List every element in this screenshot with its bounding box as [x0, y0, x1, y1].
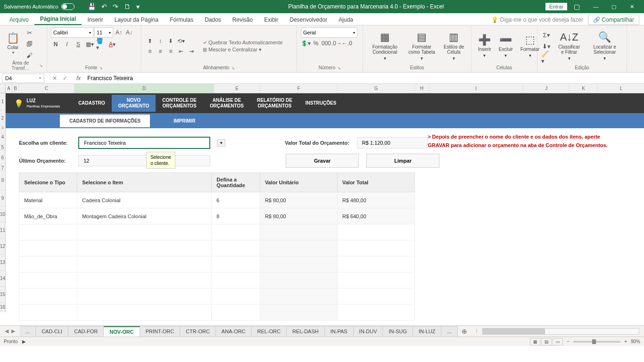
table-cell[interactable]	[212, 272, 260, 288]
row-header[interactable]: 16	[0, 303, 6, 312]
inc-decimal-icon[interactable]: .0→	[332, 39, 341, 48]
table-cell[interactable]	[337, 256, 414, 272]
percent-icon[interactable]: %	[311, 39, 321, 48]
orientation-icon[interactable]: ⟲▾	[176, 36, 186, 46]
table-cell[interactable]	[337, 240, 414, 256]
sheet-tab[interactable]: CAD-FOR	[68, 326, 104, 337]
row-header[interactable]: 6	[0, 150, 6, 166]
dialog-launcher-icon[interactable]: ↘	[337, 66, 341, 70]
col-header[interactable]: A	[6, 84, 12, 93]
font-color-icon[interactable]: A▾	[107, 40, 117, 49]
col-header[interactable]: C	[19, 84, 74, 93]
row-header[interactable]: 8	[0, 171, 6, 190]
cut-icon[interactable]: ✂	[24, 27, 34, 38]
close-icon[interactable]: ✕	[623, 1, 640, 12]
table-cell[interactable]: 8	[212, 208, 260, 224]
row-header[interactable]: 15	[0, 287, 6, 303]
nav-novo-orcamento[interactable]: NOVOORÇAMENTO	[112, 95, 156, 112]
col-header[interactable]: D	[74, 84, 214, 93]
table-cell[interactable]	[260, 224, 337, 240]
sheet-tab[interactable]: ...	[20, 326, 36, 337]
increase-font-icon[interactable]: A↑	[114, 28, 124, 37]
align-middle-icon[interactable]: ↕	[156, 36, 165, 46]
horizontal-scrollbar[interactable]	[482, 328, 639, 335]
tab-formulas[interactable]: Fórmulas	[164, 15, 199, 25]
indent-left-icon[interactable]: ⇤	[176, 47, 186, 56]
autosave-toggle[interactable]: Salvamento Automático	[4, 3, 74, 10]
delete-cells-button[interactable]: ➖Excluir ▾	[496, 33, 516, 59]
table-cell[interactable]	[337, 304, 414, 321]
subtab-cadastro-info[interactable]: CADASTRO DE INFORMAÇÕES	[60, 115, 150, 127]
decrease-font-icon[interactable]: A↓	[124, 28, 134, 37]
row-header[interactable]: 4	[0, 129, 6, 145]
row-header[interactable]: 10	[0, 206, 6, 222]
table-cell[interactable]: Mão_de_Obra	[19, 208, 77, 224]
sort-filter-button[interactable]: A↓ZClassificar e Filtrar ▾	[553, 31, 585, 61]
tab-insert[interactable]: Inserir	[82, 15, 108, 25]
table-cell[interactable]	[19, 304, 77, 321]
currency-icon[interactable]: 💲▾	[301, 39, 310, 48]
fill-color-icon[interactable]: 🪣▾	[96, 40, 106, 49]
formula-input[interactable]: Francisco Teixeira	[83, 75, 644, 82]
cliente-dropdown-icon[interactable]: ▾	[217, 139, 225, 147]
view-pagebreak-icon[interactable]: ▭	[553, 338, 563, 346]
table-cell[interactable]	[77, 224, 212, 240]
table-cell[interactable]	[212, 256, 260, 272]
table-cell[interactable]	[212, 240, 260, 256]
tab-home[interactable]: Página Inicial	[34, 14, 82, 25]
row-header[interactable]: 1	[0, 93, 6, 110]
sheet-tab[interactable]: REL-ORC	[252, 326, 287, 337]
sheet-tab[interactable]: IN-DUV	[354, 326, 383, 337]
merge-button[interactable]: ⊞ Mesclar e Centralizar ▾	[203, 47, 283, 53]
fill-icon[interactable]: ⬇▾	[541, 41, 552, 51]
row-header[interactable]: 7	[0, 166, 6, 171]
row-header[interactable]: 13	[0, 255, 6, 271]
zoom-out-icon[interactable]: −	[567, 339, 570, 344]
table-cell[interactable]: R$ 80,00	[260, 192, 337, 208]
col-header[interactable]: K	[570, 84, 598, 93]
table-cell[interactable]: Montagem Cadeira Colonial	[77, 208, 212, 224]
table-cell[interactable]	[212, 304, 260, 321]
sheet-tab[interactable]: IN-SUG	[383, 326, 413, 337]
align-left-icon[interactable]: ≡	[145, 47, 155, 56]
row-header[interactable]: 9	[0, 190, 6, 206]
table-cell[interactable]	[260, 272, 337, 288]
table-cell[interactable]	[260, 288, 337, 304]
table-cell[interactable]	[212, 224, 260, 240]
cell-styles-button[interactable]: ▥Estilos de Célula ▾	[440, 31, 467, 61]
table-cell[interactable]	[337, 288, 414, 304]
col-header[interactable]: F	[260, 84, 338, 93]
table-cell[interactable]	[19, 224, 77, 240]
redo-icon[interactable]: ↷	[113, 3, 118, 10]
view-normal-icon[interactable]: ▦	[530, 338, 540, 346]
col-header[interactable]: L	[598, 84, 644, 93]
table-cell[interactable]	[77, 304, 212, 321]
sheet-tab[interactable]: NOV-ORC	[104, 326, 140, 337]
macros-icon[interactable]: ▶	[22, 339, 26, 344]
row-header[interactable]: 12	[0, 239, 6, 255]
nav-instrucoes[interactable]: INSTRUÇÕES	[299, 98, 343, 109]
select-all-corner[interactable]	[0, 84, 6, 93]
row-header[interactable]: 5	[0, 145, 6, 150]
table-cell[interactable]: Material	[19, 192, 77, 208]
table-cell[interactable]	[337, 224, 414, 240]
new-sheet-icon[interactable]: ⊕	[458, 328, 471, 335]
table-cell[interactable]	[19, 240, 77, 256]
table-cell[interactable]	[337, 272, 414, 288]
name-box[interactable]: D4▾	[2, 74, 44, 83]
col-header[interactable]: B	[12, 84, 19, 93]
dec-decimal-icon[interactable]: ←.0	[342, 39, 352, 48]
gravar-button[interactable]: Gravar	[286, 154, 359, 168]
sheet-tab[interactable]: IN-PAS	[325, 326, 354, 337]
zoom-slider[interactable]	[573, 341, 620, 343]
wrap-text-button[interactable]: ⤶ Quebrar Texto Automaticamente	[203, 40, 283, 46]
table-cell[interactable]	[77, 288, 212, 304]
table-cell[interactable]: R$ 480,00	[337, 192, 414, 208]
find-select-button[interactable]: 🔍Localizar e Selecionar ▾	[586, 31, 623, 61]
table-cell[interactable]	[77, 272, 212, 288]
font-size-combo[interactable]: 11▾	[94, 27, 113, 38]
sheet-tab[interactable]: CTR-ORC	[180, 326, 216, 337]
row-header[interactable]: 11	[0, 222, 6, 239]
tab-data[interactable]: Dados	[199, 15, 227, 25]
table-cell[interactable]	[19, 256, 77, 272]
